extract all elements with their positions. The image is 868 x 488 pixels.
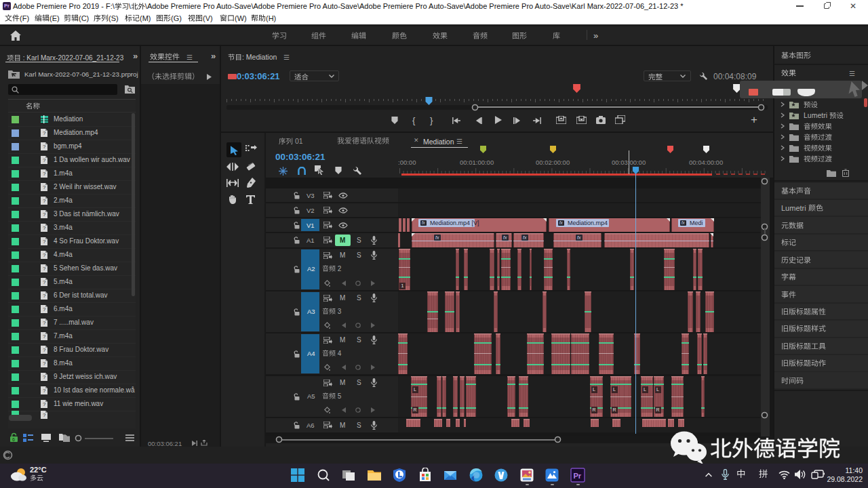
svg-text:?: ? xyxy=(43,401,46,407)
svg-text:?: ? xyxy=(43,279,46,285)
svg-text:?: ? xyxy=(43,184,46,190)
svg-text:?: ? xyxy=(43,144,46,150)
svg-text:6: 6 xyxy=(12,437,15,442)
svg-text:?: ? xyxy=(43,239,46,245)
svg-text:?: ? xyxy=(43,320,46,326)
svg-text:?: ? xyxy=(43,293,46,299)
svg-text:?: ? xyxy=(43,361,46,367)
svg-text:?: ? xyxy=(43,225,46,231)
svg-text:?: ? xyxy=(43,347,46,353)
svg-text:?: ? xyxy=(43,388,46,394)
svg-text:?: ? xyxy=(43,266,46,272)
svg-text:?: ? xyxy=(43,252,46,258)
svg-text:?: ? xyxy=(43,374,46,380)
svg-text:?: ? xyxy=(43,157,46,163)
svg-text:?: ? xyxy=(43,333,46,340)
svg-text:?: ? xyxy=(43,412,46,418)
svg-text:?: ? xyxy=(43,171,46,177)
svg-text:?: ? xyxy=(43,306,46,312)
svg-text:?: ? xyxy=(43,211,46,218)
svg-text:?: ? xyxy=(43,130,46,136)
svg-text:Pr: Pr xyxy=(574,472,582,480)
svg-text:?: ? xyxy=(43,198,46,204)
